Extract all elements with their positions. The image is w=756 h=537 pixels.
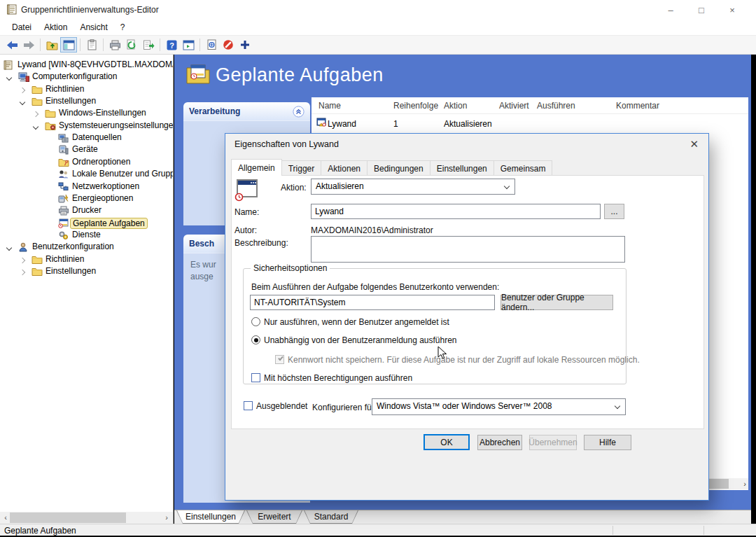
print-icon[interactable] [106, 37, 123, 53]
tree-item-label[interactable]: Einstellungen [43, 96, 98, 106]
tree-item-energieoptionen[interactable]: Energieoptionen [0, 193, 174, 205]
column-header-aktiviert[interactable]: Aktiviert [499, 101, 529, 111]
maximize-button[interactable]: □ [686, 0, 717, 20]
tree-item-datenquellen[interactable]: Datenquellen [0, 132, 174, 144]
add-icon[interactable] [237, 37, 253, 53]
paste-icon[interactable] [83, 37, 100, 53]
collapse-arrow-icon[interactable] [6, 74, 12, 80]
tree-horizontal-scrollbar[interactable]: ‹ › [0, 512, 174, 524]
view-tab-standard[interactable]: Standard [304, 510, 358, 524]
menu-item-datei[interactable]: Datei [6, 21, 38, 34]
configure-for-dropdown[interactable]: Windows Vista™ oder Windows Server™ 2008 [372, 398, 626, 415]
view-tab-einstellungen[interactable]: Einstellungen [176, 510, 245, 524]
tree-item-label[interactable]: Ordneroptionen [70, 157, 132, 167]
column-header-kommentar[interactable]: Kommentar [616, 101, 659, 111]
account-input[interactable]: NT-AUTORITÄT\System [250, 295, 495, 310]
help-icon[interactable]: ? [163, 37, 180, 53]
tree-item-label[interactable]: Netzwerkoptionen [70, 181, 141, 191]
checkbox-highest-privileges[interactable] [251, 373, 260, 382]
dialog-close-icon[interactable]: ✕ [690, 138, 699, 151]
menu-item-ansicht[interactable]: Ansicht [74, 21, 113, 34]
table-cell[interactable]: Lywand [328, 119, 356, 129]
tree-item-windows-einstellungen[interactable]: Windows-Einstellungen [0, 108, 174, 120]
tree-item-computerkonfiguration[interactable]: Computerkonfiguration [0, 71, 174, 83]
tree-item-netzwerkoptionen[interactable]: Netzwerkoptionen [0, 181, 174, 193]
tree-item-label[interactable]: Lokale Benutzer und Gruppen [70, 169, 174, 179]
menu-item-help[interactable]: ? [114, 21, 132, 34]
tree-item-geplante-aufgaben[interactable]: Geplante Aufgaben [0, 218, 174, 230]
tree-item-label[interactable]: Richtlinien [43, 84, 86, 94]
menu-item-aktion[interactable]: Aktion [38, 21, 74, 34]
tree-item-label[interactable]: Systemsteuerungseinstellungen [57, 120, 174, 130]
back-icon[interactable] [4, 37, 20, 53]
console-window-icon[interactable] [180, 37, 197, 53]
tree-item-geräte[interactable]: Geräte [0, 144, 174, 156]
refresh-icon[interactable] [123, 37, 140, 53]
forward-icon[interactable] [20, 37, 37, 53]
collapse-panel-icon[interactable] [293, 106, 304, 118]
up-one-level-icon[interactable] [43, 37, 60, 53]
report-icon[interactable] [203, 37, 220, 53]
tree-item-label[interactable]: Benutzerkonfiguration [30, 242, 116, 251]
expand-arrow-icon[interactable] [20, 269, 25, 274]
tree-item-label[interactable]: Geräte [70, 144, 100, 154]
ok-button[interactable]: OK [424, 434, 470, 450]
dialog-tab-bedingungen[interactable]: Bedingungen [367, 160, 430, 176]
tree-item-label[interactable]: Einstellungen [43, 266, 98, 276]
name-input[interactable]: Lywand [311, 204, 601, 219]
radio-run-logged-on[interactable] [251, 317, 260, 326]
help-button[interactable]: Hilfe [584, 435, 631, 450]
table-cell[interactable]: 1 [393, 119, 398, 129]
tree-item-systemsteuerungseinstellungen[interactable]: Systemsteuerungseinstellungen [0, 120, 174, 132]
change-user-button[interactable]: Benutzer oder Gruppe ändern... [500, 295, 613, 310]
table-horizontal-scrollbar[interactable]: › [709, 478, 748, 489]
collapse-arrow-icon[interactable] [6, 244, 12, 250]
column-header-name[interactable]: Name [318, 101, 341, 111]
collapse-arrow-icon[interactable] [20, 99, 25, 104]
description-input[interactable] [311, 236, 625, 263]
scroll-left-icon[interactable]: ‹ [1, 513, 10, 522]
tree-item-label[interactable]: Richtlinien [43, 254, 86, 264]
action-dropdown[interactable]: Aktualisieren [311, 179, 515, 195]
dialog-tab-gemeinsam[interactable]: Gemeinsam [493, 160, 553, 176]
tree-item-ordneroptionen[interactable]: Ordneroptionen [0, 157, 174, 169]
column-header-aktion[interactable]: Aktion [444, 101, 467, 111]
console-tree-icon[interactable] [60, 37, 77, 53]
radio-run-independent[interactable] [251, 335, 260, 344]
tree-item-richtlinien[interactable]: Richtlinien [0, 84, 174, 96]
view-tab-erweitert[interactable]: Erweitert [246, 510, 302, 524]
dialog-tab-allgemein[interactable]: Allgemein [231, 159, 282, 176]
scrollbar-thumb[interactable] [709, 479, 729, 489]
apply-button[interactable]: Übernehmen [529, 435, 577, 450]
checkbox-no-password[interactable] [275, 355, 284, 364]
expand-arrow-icon[interactable] [20, 257, 25, 263]
tree-item-dienste[interactable]: Dienste [0, 230, 174, 242]
tree-item-label[interactable]: Energieoptionen [70, 193, 135, 203]
tree-item-label[interactable]: Dienste [70, 230, 103, 239]
tree-item-lywand-win-8qevhvgdtbl-maxdoma[interactable]: Lywand [WIN-8QEVHVGDTBL.MAXDOMAIN [0, 60, 174, 71]
table-cell[interactable]: Aktualisieren [444, 119, 492, 129]
tree-item-lokale-benutzer-und-gruppen[interactable]: Lokale Benutzer und Gruppen [0, 169, 174, 181]
scroll-right-icon[interactable]: › [743, 479, 746, 489]
tree-item-einstellungen[interactable]: Einstellungen [0, 266, 174, 278]
tree-item-label[interactable]: Computerkonfiguration [30, 71, 119, 81]
scrollbar-thumb[interactable] [10, 512, 126, 523]
tree-item-benutzerkonfiguration[interactable]: Benutzerkonfiguration [0, 242, 174, 253]
expand-arrow-icon[interactable] [33, 111, 38, 116]
tree-item-label[interactable]: Drucker [70, 205, 104, 215]
scroll-right-icon[interactable]: › [162, 513, 172, 522]
column-header-ausführen[interactable]: Ausführen [537, 101, 575, 111]
checkbox-hidden[interactable] [244, 401, 253, 410]
dialog-tab-einstellungen[interactable]: Einstellungen [430, 160, 494, 176]
tree-item-label[interactable]: Lywand [WIN-8QEVHVGDTBL.MAXDOMAIN [15, 60, 174, 69]
minimize-button[interactable]: – [655, 0, 686, 20]
collapse-arrow-icon[interactable] [33, 123, 38, 129]
dialog-tab-trigger[interactable]: Trigger [281, 160, 322, 176]
tree-item-einstellungen[interactable]: Einstellungen [0, 96, 174, 108]
cancel-button[interactable]: Abbrechen [477, 435, 522, 450]
tree-item-label[interactable]: Geplante Aufgaben [70, 218, 148, 229]
tree-item-label[interactable]: Datenquellen [70, 132, 124, 142]
tree-item-drucker[interactable]: Drucker [0, 205, 174, 217]
export-list-icon[interactable] [140, 37, 157, 53]
expand-arrow-icon[interactable] [20, 87, 25, 92]
